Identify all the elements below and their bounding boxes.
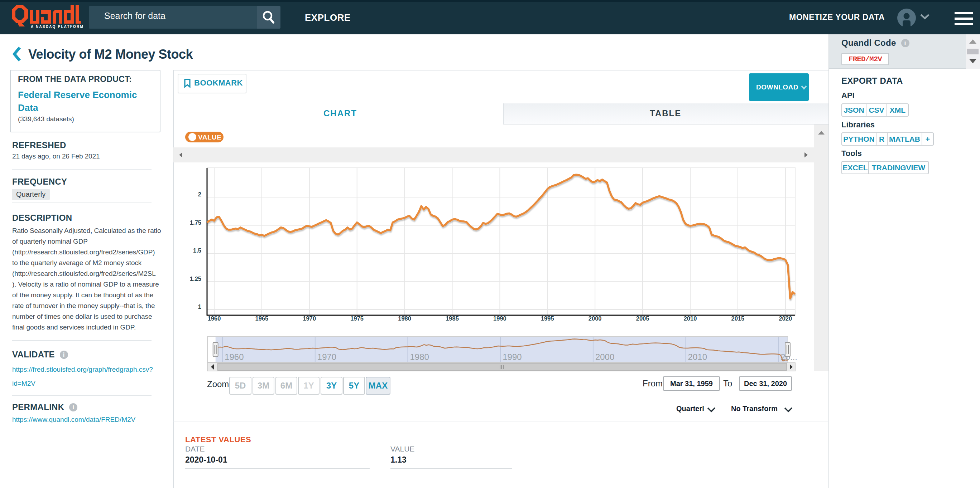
svg-text:2000: 2000 [589,315,602,322]
svg-text:2: 2 [198,191,201,198]
svg-text:1965: 1965 [255,315,269,322]
svg-text:2010: 2010 [684,315,697,322]
svg-text:2020: 2020 [779,315,792,322]
svg-text:1985: 1985 [445,315,459,322]
svg-text:1960: 1960 [208,315,221,322]
svg-text:1.5: 1.5 [193,247,201,254]
svg-text:1970: 1970 [303,315,316,322]
svg-text:2005: 2005 [636,315,649,322]
svg-text:1990: 1990 [493,315,506,322]
svg-text:1995: 1995 [541,315,554,322]
svg-text:2010: 2010 [688,352,707,362]
svg-text:1975: 1975 [350,315,364,322]
svg-text:1980: 1980 [398,315,411,322]
svg-text:2000: 2000 [595,352,614,362]
svg-text:1.25: 1.25 [190,276,201,282]
svg-text:1.75: 1.75 [190,219,201,226]
svg-text:1980: 1980 [410,352,429,362]
svg-text:1960: 1960 [224,352,243,362]
svg-text:2015: 2015 [732,315,745,322]
svg-text:1990: 1990 [503,352,522,362]
svg-text:1970: 1970 [317,352,336,362]
svg-text:1: 1 [198,303,201,310]
